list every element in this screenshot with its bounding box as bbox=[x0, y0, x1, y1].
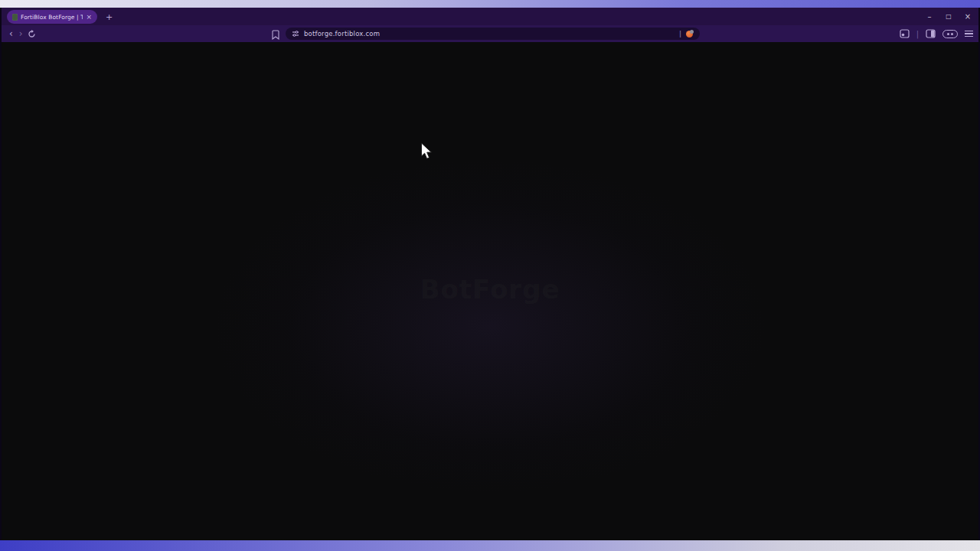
bot-favicon bbox=[12, 14, 18, 21]
toolbar-separator: | bbox=[916, 30, 919, 38]
mouse-cursor bbox=[420, 142, 435, 160]
maximize-button[interactable]: □ bbox=[944, 13, 953, 20]
toolbar-right-icons: | bbox=[900, 25, 973, 42]
picture-in-picture-icon bbox=[900, 29, 910, 38]
hamburger-icon bbox=[965, 36, 973, 37]
bookmarks-button[interactable] bbox=[272, 28, 279, 43]
close-button[interactable]: × bbox=[963, 12, 972, 21]
window-controls: – □ × bbox=[925, 8, 972, 25]
hamburger-icon bbox=[965, 33, 973, 34]
page-content: BotForge bbox=[2, 42, 978, 540]
desktop-bottom-strip bbox=[0, 540, 980, 551]
tune-icon bbox=[292, 30, 299, 37]
tab-bar: FortiBlox BotForge | Telegram P × + – □ … bbox=[2, 8, 978, 25]
navigation-toolbar: ‹ › botforge.forti bbox=[2, 25, 978, 42]
ellipsis-pill-icon bbox=[951, 33, 953, 35]
reload-icon bbox=[28, 30, 36, 38]
sidebar-toggle-icon bbox=[926, 29, 936, 38]
menu-button[interactable] bbox=[965, 31, 973, 37]
tab-title: FortiBlox BotForge | Telegram P bbox=[21, 14, 83, 21]
desktop-top-strip bbox=[0, 0, 980, 8]
hamburger-icon bbox=[965, 31, 973, 32]
extensions-button[interactable] bbox=[942, 30, 958, 38]
extension-gray-dot-icon bbox=[690, 30, 694, 34]
reload-button[interactable] bbox=[28, 30, 36, 38]
url-separator: | bbox=[679, 30, 681, 37]
sidebar-toggle-button[interactable] bbox=[926, 29, 936, 38]
new-tab-button[interactable]: + bbox=[106, 13, 113, 21]
bookmark-icon bbox=[272, 30, 279, 40]
picture-in-picture-button[interactable] bbox=[900, 29, 910, 38]
url-bar[interactable]: botforge.fortiblox.com | bbox=[286, 28, 700, 40]
back-button[interactable]: ‹ bbox=[6, 29, 16, 38]
tab-botforge[interactable]: FortiBlox BotForge | Telegram P × bbox=[7, 10, 97, 24]
tab-close-icon[interactable]: × bbox=[86, 14, 92, 21]
extension-avatar-icon[interactable] bbox=[686, 30, 694, 37]
ellipsis-pill-icon bbox=[947, 33, 949, 35]
browser-window: FortiBlox BotForge | Telegram P × + – □ … bbox=[0, 8, 980, 540]
forward-button[interactable]: › bbox=[16, 29, 26, 38]
screen: FortiBlox BotForge | Telegram P × + – □ … bbox=[0, 0, 980, 551]
url-text: botforge.fortiblox.com bbox=[304, 30, 380, 37]
botforge-loading-watermark: BotForge bbox=[420, 274, 560, 305]
minimize-button[interactable]: – bbox=[925, 12, 934, 21]
